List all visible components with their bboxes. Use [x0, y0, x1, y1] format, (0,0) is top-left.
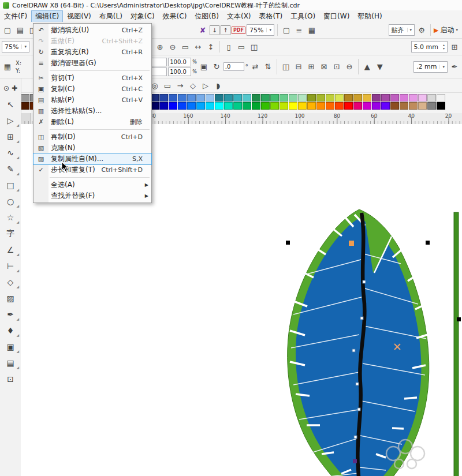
- pan-tool-icon[interactable]: ✚: [12, 84, 17, 92]
- color-swatch[interactable]: [307, 94, 316, 102]
- menu-item-select-all[interactable]: 全选(A)▶: [33, 179, 151, 190]
- color-swatch[interactable]: [243, 102, 251, 110]
- color-swatch[interactable]: [400, 94, 408, 102]
- document-grid-icon[interactable]: ▦: [2, 62, 13, 71]
- menu-item-copy[interactable]: ▣复制(C)Ctrl+C: [33, 84, 151, 95]
- color-swatch[interactable]: [252, 102, 260, 110]
- color-swatch[interactable]: [409, 102, 418, 110]
- menu-item-delete[interactable]: ✗删除(L)删除: [33, 117, 151, 128]
- page-spread-icon[interactable]: ◫: [248, 43, 260, 51]
- transparency-tool[interactable]: ▨: [2, 291, 19, 305]
- color-swatch[interactable]: [326, 94, 334, 102]
- crop-tool[interactable]: ⊞◢: [2, 130, 19, 144]
- duplicate-distance-icon[interactable]: ⊞: [449, 43, 460, 51]
- outline-width-combo[interactable]: .2 mm▾: [413, 61, 448, 73]
- color-swatch[interactable]: [178, 94, 187, 102]
- spinner-arrows-icon[interactable]: ▴▾: [443, 43, 445, 50]
- menubar-item-layout[interactable]: 布局(L): [95, 10, 126, 23]
- page-landscape-icon[interactable]: ▭: [236, 43, 247, 51]
- shape-tool[interactable]: ▷◢: [2, 114, 19, 128]
- color-swatch[interactable]: [215, 94, 223, 102]
- color-swatch[interactable]: [169, 102, 177, 110]
- color-swatch[interactable]: [169, 94, 177, 102]
- color-swatch[interactable]: [206, 102, 214, 110]
- color-swatch[interactable]: [400, 102, 408, 110]
- connector-tool[interactable]: ⊢◢: [2, 259, 19, 273]
- menu-item-paste-special[interactable]: ▥选择性粘贴(S)...: [33, 106, 151, 117]
- nudge-distance-field[interactable]: 5.0 mm▴▾: [411, 41, 448, 53]
- zoom-width-icon[interactable]: ↔: [192, 43, 204, 51]
- fullscreen-preview-icon[interactable]: ▢: [281, 26, 292, 35]
- color-swatch[interactable]: [390, 94, 399, 102]
- menu-item-cut[interactable]: ✂剪切(T)Ctrl+X: [33, 73, 151, 84]
- color-swatch[interactable]: [344, 102, 353, 110]
- color-swatch[interactable]: [344, 94, 353, 102]
- lock-ratio-icon[interactable]: ▣: [198, 62, 210, 71]
- dimension-tool[interactable]: ∠◢: [2, 243, 19, 257]
- node-purple[interactable]: [353, 459, 357, 463]
- menu-item-step-and-repeat[interactable]: ✓步长和重复(T)Ctrl+Shift+D: [33, 164, 151, 175]
- search-content-icon[interactable]: ✘: [197, 26, 208, 35]
- snap-to-dropdown[interactable]: 贴齐▾: [389, 24, 415, 36]
- color-swatch[interactable]: [270, 94, 279, 102]
- scale-factor-fields-value[interactable]: 100.0: [168, 58, 191, 66]
- menu-item-repeat-fill[interactable]: ↻重复填充(R)Ctrl+R: [33, 47, 151, 58]
- menubar-item-file[interactable]: 文件(F): [0, 10, 31, 23]
- color-swatch[interactable]: [233, 94, 242, 102]
- arrow-shapes-icon[interactable]: →: [174, 81, 186, 90]
- color-swatch[interactable]: [21, 94, 29, 102]
- menu-item-clone[interactable]: ▧克隆(N): [33, 143, 151, 153]
- menubar-item-view[interactable]: 视图(V): [63, 10, 95, 23]
- color-swatch[interactable]: [289, 94, 297, 102]
- menu-item-paste[interactable]: ▤粘贴(P)Ctrl+V: [33, 95, 151, 106]
- color-swatch[interactable]: [437, 102, 445, 110]
- menubar-item-bitmaps[interactable]: 位图(B): [191, 10, 223, 23]
- zoom-tool-icon[interactable]: ⊙: [3, 84, 9, 92]
- color-swatch[interactable]: [224, 102, 233, 110]
- color-swatch[interactable]: [316, 94, 325, 102]
- intersect-icon[interactable]: ⊠: [318, 62, 330, 71]
- scale-factor-fields[interactable]: 100.0%100.0%: [168, 58, 197, 76]
- open-icon[interactable]: ▤: [14, 26, 26, 35]
- color-swatch[interactable]: [206, 94, 214, 102]
- green-strip-object[interactable]: [454, 212, 459, 476]
- color-swatch[interactable]: [280, 102, 288, 110]
- trim-icon[interactable]: ⊞: [305, 62, 317, 71]
- zoom-out-icon[interactable]: ⊖: [167, 43, 178, 51]
- color-swatch[interactable]: [178, 102, 187, 110]
- basic-shapes-icon[interactable]: ▭: [162, 81, 173, 90]
- color-swatch[interactable]: [372, 94, 381, 102]
- zoom-in-icon[interactable]: ⊕: [154, 43, 166, 51]
- color-swatch[interactable]: [427, 102, 436, 110]
- color-swatch[interactable]: [307, 102, 316, 110]
- to-back-icon[interactable]: ▼: [374, 62, 386, 71]
- color-swatch[interactable]: [418, 94, 427, 102]
- menu-item-find-replace[interactable]: 查找并替换(F)▶: [33, 190, 151, 201]
- color-swatch[interactable]: [187, 102, 196, 110]
- color-swatch[interactable]: [196, 94, 205, 102]
- outline-pen-icon[interactable]: ✒: [449, 62, 460, 71]
- menubar-item-text[interactable]: 文本(X): [223, 10, 255, 23]
- color-swatch[interactable]: [427, 94, 436, 102]
- weld-icon[interactable]: ⊟: [293, 62, 304, 71]
- front-minus-back-icon[interactable]: ⊖: [344, 62, 355, 71]
- interactive-fill-tool[interactable]: ▤◢: [2, 356, 19, 370]
- color-swatch[interactable]: [261, 94, 270, 102]
- color-swatch[interactable]: [261, 102, 270, 110]
- zoom-height-icon[interactable]: ↕: [205, 43, 217, 51]
- menu-item-undo-fill[interactable]: ↶撤消填充(U)Ctrl+Z: [33, 25, 151, 36]
- new-document-icon[interactable]: ▢: [2, 26, 13, 35]
- color-swatch[interactable]: [390, 102, 399, 110]
- color-swatch[interactable]: [372, 102, 381, 110]
- color-swatch[interactable]: [437, 94, 445, 102]
- to-front-icon[interactable]: ▲: [362, 62, 373, 71]
- color-swatch[interactable]: [363, 102, 371, 110]
- bezier-tool[interactable]: ✎◢: [2, 162, 19, 176]
- simplify-icon[interactable]: ⊡: [331, 62, 342, 71]
- color-swatch[interactable]: [418, 102, 427, 110]
- launch-button[interactable]: ▶启动▾: [434, 25, 460, 35]
- banner-shapes-icon[interactable]: ▷: [200, 81, 211, 90]
- color-swatch[interactable]: [280, 94, 288, 102]
- color-swatch[interactable]: [353, 102, 362, 110]
- color-swatch[interactable]: [298, 94, 307, 102]
